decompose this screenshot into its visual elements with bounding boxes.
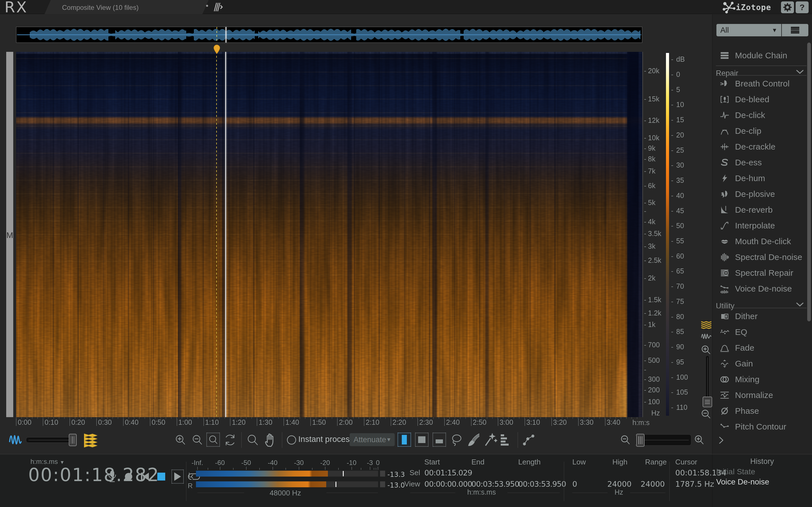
module-item-de-click[interactable]: .mi{stroke:#8d9191;fill:none;stroke-widt… bbox=[712, 107, 806, 123]
chevron-down-icon: ▼ bbox=[772, 27, 777, 34]
zoom-tool-button[interactable] bbox=[246, 433, 259, 447]
db-tick-15: -15 bbox=[671, 116, 684, 124]
module-item-spectral-de-noise[interactable]: .mi{stroke:#8d9191;fill:none;stroke-widt… bbox=[712, 249, 806, 265]
sidebar-scrollbar[interactable] bbox=[807, 43, 811, 321]
db-tick-35: -35 bbox=[671, 176, 684, 184]
spectrogram-canvas[interactable] bbox=[16, 52, 642, 417]
module-item-fade[interactable]: .mi{stroke:#8d9191;fill:none;stroke-widt… bbox=[712, 340, 806, 356]
module-item-de-clip[interactable]: .mi{stroke:#8d9191;fill:none;stroke-widt… bbox=[712, 123, 806, 139]
module-item-dither[interactable]: .mi{stroke:#8d9191;fill:none;stroke-widt… bbox=[712, 308, 806, 324]
frequency-axis-line bbox=[643, 52, 643, 417]
hand-tool-button[interactable] bbox=[263, 433, 277, 447]
time-frequency-selection-tool[interactable] bbox=[433, 433, 446, 447]
levels-bars-icon[interactable] bbox=[500, 433, 513, 447]
row-sel-label: Sel bbox=[403, 468, 420, 477]
module-item-spectral-repair[interactable]: .mi{stroke:#8d9191;fill:none;stroke-widt… bbox=[712, 265, 806, 281]
module-item-mouth-de-click[interactable]: .mi{stroke:#8d9191;fill:none;stroke-widt… bbox=[712, 233, 806, 249]
instant-process-label: Instant process bbox=[298, 435, 354, 444]
process-mode-select[interactable]: Attenuate ▼ bbox=[350, 433, 395, 446]
module-item-pitch-contour[interactable]: .mi{stroke:#8d9191;fill:none;stroke-widt… bbox=[712, 419, 806, 435]
module-item-normalize[interactable]: .mi{stroke:#8d9191;fill:none;stroke-widt… bbox=[712, 387, 806, 403]
freq-tick-700: -700 bbox=[644, 341, 660, 349]
db-tick-20: -20 bbox=[671, 131, 684, 139]
time-zoom-out-button[interactable] bbox=[620, 434, 631, 446]
zoom-out-button[interactable] bbox=[191, 434, 204, 446]
meter-value-right: -13.0 bbox=[388, 482, 405, 489]
module-item-breath-control[interactable]: .mi{stroke:#8d9191;fill:none;stroke-widt… bbox=[712, 76, 806, 92]
module-item-module-chain[interactable]: .mi{stroke:#8d9191;fill:none;stroke-widt… bbox=[712, 48, 806, 63]
module-item-gain[interactable]: .mi{stroke:#8d9191;fill:none;stroke-widt… bbox=[712, 356, 806, 372]
db-colorbar[interactable] bbox=[666, 53, 669, 416]
frequency-selection-tool[interactable] bbox=[415, 433, 428, 447]
time-ruler[interactable]: 0:000:100:200:300:400:501:001:101:201:30… bbox=[16, 417, 642, 426]
module-item-de-reverb[interactable]: .mi{stroke:#8d9191;fill:none;stroke-widt… bbox=[712, 202, 806, 218]
instant-process-toggle[interactable] bbox=[286, 434, 297, 446]
file-tab[interactable]: Composite View (10 files) bbox=[45, 0, 209, 14]
sel-start-value: 00:01:15.029 bbox=[424, 468, 472, 477]
history-entry[interactable]: Voice De-noise bbox=[716, 477, 769, 487]
col-length: Length bbox=[518, 458, 541, 466]
module-item-de-bleed[interactable]: .mi{stroke:#8d9191;fill:none;stroke-widt… bbox=[712, 92, 806, 107]
freq-zoom-in-button[interactable] bbox=[700, 344, 712, 355]
module-item-de-crackle[interactable]: .mi{stroke:#8d9191;fill:none;stroke-widt… bbox=[712, 139, 806, 155]
module-item-interpolate[interactable]: .mi{stroke:#8d9191;fill:none;stroke-widt… bbox=[712, 218, 806, 233]
playhead-marker[interactable] bbox=[213, 45, 220, 54]
freq-zoom-slider-handle[interactable] bbox=[703, 397, 712, 407]
stop-button[interactable] bbox=[155, 469, 167, 484]
history-entry[interactable]: Initial State bbox=[716, 467, 755, 476]
help-button[interactable]: ? bbox=[796, 1, 809, 13]
view-high-value: 24000 bbox=[606, 480, 631, 489]
settings-button[interactable] bbox=[781, 1, 794, 13]
freq-tick-200: -200 bbox=[644, 386, 660, 394]
spectrogram-view-button[interactable] bbox=[700, 321, 712, 329]
lips-icon: .mi{stroke:#8d9191;fill:none;stroke-widt… bbox=[720, 237, 729, 246]
module-item-voice-de-noise[interactable]: .mi{stroke:#8d9191;fill:none;stroke-widt… bbox=[712, 281, 806, 297]
meter-left-label: L bbox=[188, 471, 192, 479]
overview-playhead-dotted-line bbox=[216, 27, 217, 43]
sidebar-expand-arrow[interactable] bbox=[718, 436, 725, 445]
freq-tick-100: -100 bbox=[644, 398, 660, 406]
waveform-overview[interactable] bbox=[16, 27, 642, 43]
magic-wand-tool[interactable] bbox=[484, 433, 498, 447]
time-tick-1-00: 1:00 bbox=[177, 418, 192, 426]
zoom-in-button[interactable] bbox=[174, 434, 187, 446]
brush-selection-tool[interactable] bbox=[467, 433, 481, 447]
zoom-to-selection-button[interactable] bbox=[206, 433, 220, 447]
reset-zoom-button[interactable] bbox=[223, 433, 237, 447]
module-item-eq[interactable]: .mi{stroke:#8d9191;fill:none;stroke-widt… bbox=[712, 324, 806, 340]
freq-tick-500: -500 bbox=[644, 356, 660, 364]
overview-playback-line bbox=[225, 27, 226, 43]
meter-bar-right bbox=[196, 482, 378, 487]
db-tick-30: -30 bbox=[671, 161, 684, 169]
meter-tick bbox=[370, 467, 370, 470]
lasso-selection-tool[interactable] bbox=[450, 433, 463, 447]
pitch-contour-icon: .mi{stroke:#8d9191;fill:none;stroke-widt… bbox=[720, 422, 729, 432]
help-icon: ? bbox=[800, 3, 805, 12]
module-item-phase[interactable]: .mi{stroke:#8d9191;fill:none;stroke-widt… bbox=[712, 403, 806, 419]
module-item-mixing[interactable]: .mi{stroke:#8d9191;fill:none;stroke-widt… bbox=[712, 372, 806, 387]
freq-tick-3.5k: -3.5k bbox=[644, 230, 661, 238]
record-button[interactable] bbox=[122, 469, 135, 484]
module-item-de-plosive[interactable]: .mi{stroke:#8d9191;fill:none;stroke-widt… bbox=[712, 186, 806, 202]
tab-list-icon[interactable] bbox=[212, 2, 223, 12]
freq-tick-2k: -2k bbox=[644, 274, 656, 282]
time-selection-tool[interactable] bbox=[398, 433, 411, 447]
envelope-nodes-tool[interactable] bbox=[522, 433, 537, 447]
time-zoom-slider-handle[interactable] bbox=[636, 434, 645, 447]
waveform-view-button[interactable] bbox=[700, 332, 712, 341]
play-button[interactable] bbox=[171, 469, 184, 484]
channel-selector-strip[interactable]: M bbox=[6, 52, 13, 417]
module-item-de-ess[interactable]: .mi{stroke:#8d9191;fill:none;stroke-widt… bbox=[712, 155, 806, 170]
module-filter-select[interactable]: All ▼ bbox=[716, 24, 781, 36]
module-list-view-button[interactable] bbox=[782, 24, 808, 36]
time-zoom-in-button[interactable] bbox=[694, 434, 705, 446]
time-tick-0-30: 0:30 bbox=[96, 418, 112, 426]
freq-zoom-out-button[interactable] bbox=[700, 408, 712, 420]
return-to-start-button[interactable] bbox=[139, 469, 151, 484]
module-item-de-hum[interactable]: .mi{stroke:#8d9191;fill:none;stroke-widt… bbox=[712, 170, 806, 186]
record-monitor-button[interactable] bbox=[106, 469, 118, 484]
time-tick-3-10: 3:10 bbox=[525, 418, 540, 426]
playhead-dotted-line[interactable] bbox=[216, 52, 217, 417]
time-ruler-unit: h:m:s bbox=[632, 418, 650, 427]
display-blend-slider-handle[interactable] bbox=[69, 434, 77, 446]
